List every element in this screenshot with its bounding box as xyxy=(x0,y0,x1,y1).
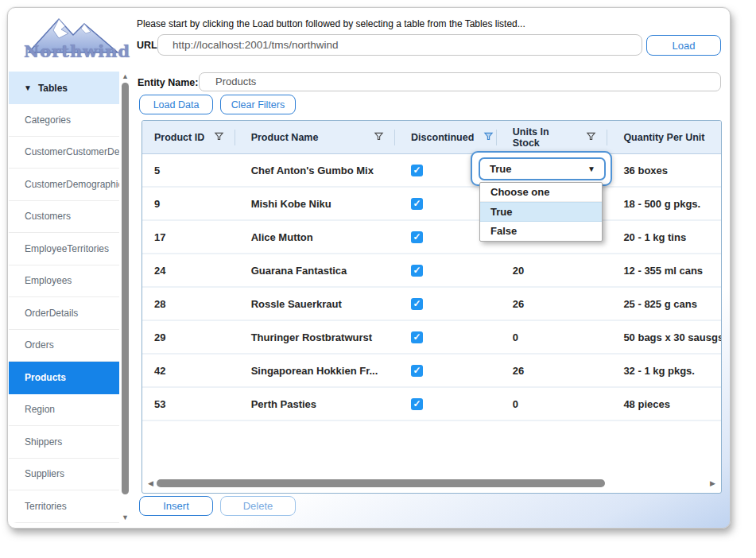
filter-option-choose-one[interactable]: Choose one xyxy=(480,183,602,202)
dropdown-arrow-icon: ▼ xyxy=(587,165,604,173)
column-label: Units In Stock xyxy=(513,126,577,149)
cell-product-name: Perth Pasties xyxy=(235,398,395,410)
cell-quantity-per-unit: 48 pieces xyxy=(607,398,721,410)
column-header-product-name[interactable]: Product Name xyxy=(235,121,395,153)
load-data-button[interactable]: Load Data xyxy=(139,95,213,114)
discontinued-checkbox[interactable]: ✓ xyxy=(411,298,423,310)
sidebar-item-employees[interactable]: Employees xyxy=(9,265,119,298)
table-row[interactable]: 24Guarana Fantastica✓2012 - 355 ml cans xyxy=(142,254,721,288)
filter-funnel-icon[interactable] xyxy=(214,131,224,141)
filter-selected-value: True xyxy=(480,163,511,175)
discontinued-checkbox[interactable]: ✓ xyxy=(411,331,423,343)
cell-discontinued: ✓ xyxy=(395,264,497,277)
discontinued-checkbox[interactable]: ✓ xyxy=(411,165,423,176)
cell-product-name: Guarana Fantastica xyxy=(235,265,395,277)
sidebar-item-shippers[interactable]: Shippers xyxy=(9,426,119,459)
grid-horizontal-scrollbar[interactable]: ◀ ▶ xyxy=(144,479,719,490)
sidebar-item-customerdemographics[interactable]: CustomerDemographics xyxy=(9,169,119,201)
cell-units-in-stock: 20 xyxy=(497,265,608,277)
table-row[interactable]: 42Singaporean Hokkien Fr...✓2632 - 1 kg … xyxy=(142,355,721,388)
filter-option-true[interactable]: True xyxy=(480,202,602,221)
sidebar-item-customercustomerdem[interactable]: CustomerCustomerDem xyxy=(9,137,119,169)
cell-units-in-stock: 0 xyxy=(497,331,608,343)
discontinued-checkbox[interactable]: ✓ xyxy=(411,365,423,377)
cell-product-id: 9 xyxy=(142,198,235,210)
entity-name-value: Products xyxy=(215,76,256,87)
vertical-scroll-thumb[interactable] xyxy=(122,83,129,494)
cell-product-id: 17 xyxy=(142,231,235,243)
table-row[interactable]: 28Rossle Sauerkraut✓2625 - 825 g cans xyxy=(142,288,721,321)
horizontal-scroll-thumb[interactable] xyxy=(157,479,605,487)
column-header-quantity-per-unit[interactable]: Quantity Per Unit xyxy=(607,121,721,153)
table-row[interactable]: 9Mishi Kobe Niku✓18 - 500 g pkgs. xyxy=(142,188,721,221)
tables-list: CategoriesCustomerCustomerDemCustomerDem… xyxy=(9,104,119,523)
cell-discontinued: ✓ xyxy=(395,297,497,310)
filter-value-select[interactable]: True ▼ xyxy=(479,157,606,180)
sidebar-item-region[interactable]: Region xyxy=(9,394,119,427)
logo-text: Northwind xyxy=(24,41,126,61)
tables-section-header[interactable]: ▼ Tables xyxy=(9,72,119,104)
sidebar-item-orderdetails[interactable]: OrderDetails xyxy=(9,297,119,330)
sidebar-item-orders[interactable]: Orders xyxy=(9,330,119,362)
discontinued-checkbox[interactable]: ✓ xyxy=(411,231,423,243)
cell-product-name: Mishi Kobe Niku xyxy=(235,198,395,210)
scroll-up-icon[interactable]: ▲ xyxy=(122,73,129,80)
cell-units-in-stock: 26 xyxy=(497,298,608,310)
cell-discontinued: ✓ xyxy=(395,364,497,377)
column-label: Discontinued xyxy=(411,132,474,143)
cell-quantity-per-unit: 32 - 1 kg pkgs. xyxy=(607,365,721,377)
cell-product-name: Thuringer Rostbratwurst xyxy=(235,331,395,343)
column-label: Product ID xyxy=(154,132,204,143)
cell-quantity-per-unit: 12 - 355 ml cans xyxy=(607,265,721,277)
filter-funnel-icon[interactable] xyxy=(374,131,384,141)
cell-quantity-per-unit: 25 - 825 g cans xyxy=(607,298,721,310)
table-row[interactable]: 29Thuringer Rostbratwurst✓050 bags x 30 … xyxy=(142,321,721,355)
sidebar-item-employeeterritories[interactable]: EmployeeTerritories xyxy=(9,233,119,265)
sidebar-item-territories[interactable]: Territories xyxy=(9,490,119,523)
instruction-text: Please start by clicking the Load button… xyxy=(137,18,525,29)
cell-product-name: Chef Anton's Gumbo Mix xyxy=(235,165,395,176)
cell-product-name: Singaporean Hokkien Fr... xyxy=(235,365,395,377)
sidebar-item-products[interactable]: Products xyxy=(9,362,119,394)
discontinued-checkbox[interactable]: ✓ xyxy=(411,265,423,277)
filter-funnel-icon[interactable] xyxy=(586,131,596,141)
insert-button[interactable]: Insert xyxy=(139,496,213,516)
tables-section-label: Tables xyxy=(38,83,68,94)
scroll-down-icon[interactable]: ▼ xyxy=(122,514,129,521)
column-header-product-id[interactable]: Product ID xyxy=(142,121,235,153)
grid-body: 5Chef Anton's Gumbo Mix✓36 boxes9Mishi K… xyxy=(142,154,721,421)
column-header-units-in-stock[interactable]: Units In Stock xyxy=(497,121,608,153)
sidebar-item-suppliers[interactable]: Suppliers xyxy=(9,459,119,491)
cell-quantity-per-unit: 18 - 500 g pkgs. xyxy=(607,198,721,210)
discontinued-checkbox[interactable]: ✓ xyxy=(411,198,423,210)
filter-funnel-icon[interactable] xyxy=(483,131,494,141)
table-row[interactable]: 5Chef Anton's Gumbo Mix✓36 boxes xyxy=(142,154,721,188)
scroll-left-icon[interactable]: ◀ xyxy=(147,480,154,487)
sidebar-vertical-scrollbar[interactable]: ▲ ▼ xyxy=(120,72,130,523)
column-label: Product Name xyxy=(251,132,319,143)
table-row[interactable]: 17Alice Mutton✓020 - 1 kg tins xyxy=(142,221,721,254)
clear-filters-button[interactable]: Clear Filters xyxy=(220,95,296,114)
load-button[interactable]: Load xyxy=(646,35,721,56)
table-row[interactable]: 53Perth Pasties✓048 pieces xyxy=(142,388,721,421)
cell-quantity-per-unit: 20 - 1 kg tins xyxy=(607,231,721,243)
entity-name-input[interactable]: Products xyxy=(199,72,721,91)
cell-product-name: Rossle Sauerkraut xyxy=(235,298,395,310)
sidebar-item-categories[interactable]: Categories xyxy=(9,104,119,137)
collapse-chevron-icon: ▼ xyxy=(24,83,32,92)
filter-options-list: Choose oneTrueFalse xyxy=(479,182,603,242)
entity-name-label: Entity Name: xyxy=(138,77,198,88)
sidebar-item-customers[interactable]: Customers xyxy=(9,201,119,234)
scroll-right-icon[interactable]: ▶ xyxy=(709,480,716,487)
cell-product-id: 5 xyxy=(142,165,235,176)
filter-option-false[interactable]: False xyxy=(480,222,602,241)
northwind-logo: Northwind xyxy=(17,11,129,68)
cell-discontinued: ✓ xyxy=(395,331,497,343)
cell-quantity-per-unit: 36 boxes xyxy=(607,165,721,176)
column-header-discontinued[interactable]: Discontinued xyxy=(395,121,497,153)
url-input[interactable]: http://localhost:2001/tms/northwind xyxy=(157,34,642,56)
cell-product-id: 53 xyxy=(142,398,235,410)
discontinued-checkbox[interactable]: ✓ xyxy=(411,398,423,410)
delete-button[interactable]: Delete xyxy=(220,496,296,516)
url-value: http://localhost:2001/tms/northwind xyxy=(173,39,339,51)
